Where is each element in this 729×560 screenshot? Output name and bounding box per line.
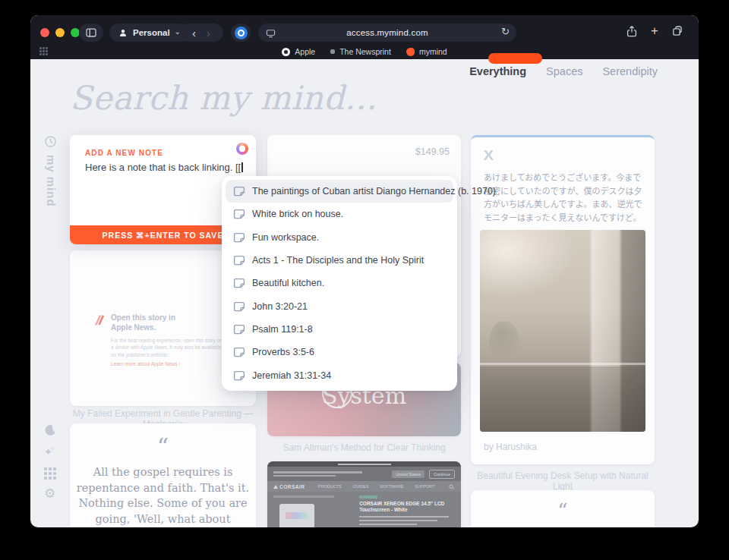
mymind-favicon	[406, 48, 415, 56]
user-icon	[118, 27, 128, 39]
corsair-product-thumb	[279, 504, 314, 528]
close-window-button[interactable]	[40, 28, 49, 37]
bookmark-apple[interactable]: Apple	[282, 47, 315, 56]
note-textarea[interactable]: Here is a note that is back linking. [[	[85, 162, 245, 173]
bookmark-newsprint[interactable]: The Newsprint	[330, 47, 391, 56]
corsair-topbar	[267, 461, 461, 467]
corsair-navbar: CORSAIR PRODUCTSGUIDESSOFTWARESUPPORT	[267, 481, 461, 492]
plant-shape	[489, 321, 519, 362]
corsair-banner: United States Continue	[267, 467, 461, 481]
suggestion-item[interactable]: The paintings of Cuban artist Diango Her…	[226, 180, 453, 203]
minimize-window-button[interactable]	[55, 28, 65, 37]
suggestion-item[interactable]: Fun workspace.	[226, 226, 453, 249]
suggestion-item[interactable]: John 3:20-21	[226, 294, 453, 317]
search-input[interactable]: Search my mind...	[70, 79, 377, 117]
suggestion-item[interactable]: Proverbs 3:5-6	[226, 341, 453, 363]
corsair-content: CORSAIR XENEON EDGE 14.5" LCD Touchscree…	[267, 492, 461, 527]
apple-news-body: For the best reading experience, open th…	[111, 337, 225, 358]
tab-everything[interactable]: Everything	[469, 65, 526, 77]
toolbar-right-actions: +	[626, 25, 683, 37]
quote-card[interactable]: “ All the gospel requires is repentance …	[70, 423, 256, 527]
quote-mark-icon: “	[70, 440, 256, 454]
corsair-screenshot-card[interactable]: United States Continue CORSAIR PRODUCTSG…	[267, 461, 461, 527]
backlink-suggestions-dropdown: The paintings of Cuban artist Diango Her…	[222, 176, 457, 391]
apple-news-link[interactable]: Learn more about Apple News ›	[111, 361, 235, 367]
continue-button: Continue	[429, 470, 455, 479]
suggestion-item[interactable]: White brick on house.	[226, 203, 453, 225]
suggestion-label: Fun workspace.	[252, 232, 319, 243]
suggestion-label: Beautiful kitchen.	[252, 278, 324, 288]
suggestion-item[interactable]: Beautiful kitchen.	[226, 272, 453, 294]
note-icon	[233, 300, 245, 313]
note-icon	[233, 346, 245, 358]
profile-switcher[interactable]: Personal ⌄	[109, 24, 189, 42]
toggle-sidebar-button[interactable]	[79, 24, 103, 42]
sparkles-icon[interactable]: ✦✧	[44, 445, 58, 458]
quote-card-2[interactable]: “	[471, 490, 655, 527]
x-twitter-icon: X	[483, 147, 494, 164]
note-icon	[233, 208, 245, 220]
note-icon	[233, 231, 245, 244]
bookmarks-bar: Apple The Newsprint mymind	[30, 44, 699, 59]
forward-button[interactable]: ›	[207, 27, 210, 39]
note-icon	[233, 277, 245, 289]
tweet-text: あけましておめでとうございます。今まで秘密にしていたのですが、僕のデスクは夕方が…	[484, 171, 645, 225]
suggestion-label: Proverbs 3:5-6	[252, 347, 314, 357]
note-icon	[233, 185, 245, 197]
suggestion-item[interactable]: Psalm 119:1-8	[226, 318, 453, 341]
bookmark-label: The Newsprint	[339, 47, 391, 56]
apple-news-heading: Open this story in Apple News.	[111, 313, 194, 332]
quote-mark-icon: “	[471, 505, 655, 518]
note-icon	[233, 323, 245, 335]
window-controls	[40, 28, 80, 37]
onepassword-icon	[235, 27, 248, 39]
tab-spaces[interactable]: Spaces	[546, 65, 582, 77]
tweet-card[interactable]: X あけましておめでとうございます。今まで秘密にしていたのですが、僕のデスクは夕…	[471, 135, 655, 464]
share-icon[interactable]	[626, 25, 638, 37]
tab-overview-icon[interactable]	[671, 25, 683, 37]
new-tab-button[interactable]: +	[651, 24, 658, 37]
active-tab-indicator	[488, 53, 542, 64]
product-price: $149.95	[415, 146, 450, 157]
onepassword-extension-button[interactable]	[231, 24, 251, 42]
card-caption: Beautiful Evening Desk Setup with Natura…	[471, 470, 655, 492]
corsair-product-pane	[273, 496, 353, 527]
corsair-logo-icon	[273, 485, 278, 489]
banner-text-bars	[273, 470, 387, 478]
display-icon	[265, 27, 276, 39]
mymind-gradient-icon	[236, 143, 248, 155]
photo-shadow	[480, 367, 645, 432]
history-clock-icon[interactable]	[44, 135, 57, 148]
apps-grid-icon[interactable]	[44, 467, 56, 480]
suggestion-label: Jeremiah 31:31-34	[252, 370, 331, 381]
moon-icon[interactable]	[44, 423, 57, 436]
reload-button[interactable]: ↻	[501, 26, 510, 37]
corsair-product-title: CORSAIR XENEON EDGE 14.5" LCD Touchscree…	[359, 501, 455, 514]
desktop-background: Personal ⌄ ‹ › access.mymind.com ↻ +	[0, 0, 729, 560]
bookmark-mymind[interactable]: mymind	[406, 47, 447, 56]
address-bar[interactable]: access.mymind.com ↻	[258, 24, 516, 42]
new-note-label: ADD A NEW NOTE	[85, 149, 163, 157]
search-icon	[448, 483, 455, 490]
profile-label: Personal	[133, 28, 170, 37]
card-caption: Sam Altman's Method for Clear Thinking	[267, 442, 461, 453]
suggestion-label: Acts 1 - The Disciples and the Holy Spir…	[252, 255, 424, 266]
url-text: access.mymind.com	[258, 28, 516, 37]
suggestion-item[interactable]: Acts 1 - The Disciples and the Holy Spir…	[226, 249, 453, 272]
back-button[interactable]: ‹	[192, 27, 196, 39]
note-icon	[233, 254, 245, 266]
corsair-brand: CORSAIR	[273, 484, 305, 489]
text-caret	[241, 162, 243, 172]
settings-gear-icon[interactable]: ⚙	[44, 486, 55, 502]
desk-photo	[480, 230, 645, 432]
corsair-nav-items: PRODUCTSGUIDESSOFTWARESUPPORT	[312, 484, 440, 489]
region-select: United States	[392, 470, 424, 478]
suggestion-label: John 3:20-21	[252, 301, 308, 312]
suggestion-label: Psalm 119:1-8	[252, 324, 313, 335]
corsair-detail-pane: CORSAIR XENEON EDGE 14.5" LCD Touchscree…	[359, 496, 455, 527]
mymind-wordmark[interactable]: my mind	[45, 155, 58, 207]
tweet-attribution: by Harushika	[484, 442, 537, 452]
suggestion-item[interactable]: Jeremiah 31:31-34	[226, 363, 453, 386]
browser-window: Personal ⌄ ‹ › access.mymind.com ↻ +	[30, 15, 699, 527]
tab-serendipity[interactable]: Serendipity	[602, 65, 658, 77]
